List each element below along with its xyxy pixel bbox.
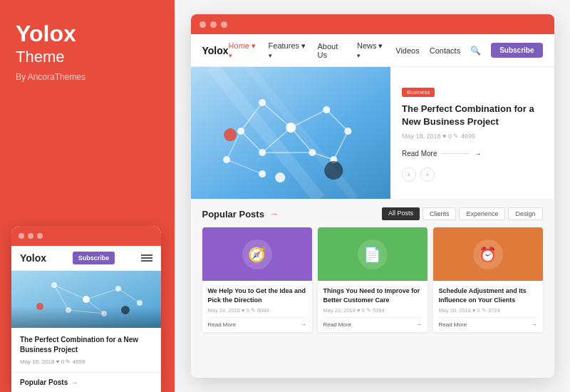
mobile-article-content: The Perfect Combination for a New Busine… bbox=[11, 328, 161, 372]
post-card-3-footer: Read More → bbox=[439, 317, 537, 328]
desktop-nav: Yolox Home ▾ Features ▾ About Us News ▾ … bbox=[191, 34, 554, 67]
popular-title-arrow-icon: → bbox=[270, 209, 279, 219]
search-icon[interactable]: 🔍 bbox=[470, 46, 481, 56]
mobile-hero-image bbox=[11, 271, 161, 328]
svg-point-35 bbox=[309, 149, 316, 156]
post-card-3-body: Schedule Adjustment and Its Influence on… bbox=[433, 281, 543, 332]
mobile-dot-2 bbox=[28, 233, 33, 239]
compass-icon: 🧭 bbox=[242, 239, 272, 269]
post-card-3-image: ⏰ bbox=[433, 227, 543, 281]
desktop-logo: Yolox bbox=[202, 45, 229, 56]
mobile-logo: Yolox bbox=[20, 252, 46, 264]
popular-filters: All Posts Clients Experience Design bbox=[382, 207, 543, 220]
post-card-3-arrow-icon: → bbox=[532, 321, 537, 328]
filter-clients[interactable]: Clients bbox=[423, 207, 457, 220]
desktop-nav-items: Home ▾ Features ▾ About Us News ▾ Videos… bbox=[229, 41, 543, 59]
post-card-2: 📄 Things You Need to Improve for Better … bbox=[318, 227, 428, 332]
post-card-3-read-more[interactable]: Read More bbox=[439, 321, 467, 328]
mobile-popular-posts: Popular Posts → bbox=[11, 372, 161, 392]
brand-title: Yolox bbox=[16, 21, 159, 46]
mobile-top-bar bbox=[11, 226, 161, 246]
svg-point-39 bbox=[259, 170, 266, 177]
hero-date: May 18, 2018 ♥ 0 ✎ 4699 bbox=[402, 133, 543, 140]
svg-point-36 bbox=[344, 128, 351, 135]
desktop-top-bar bbox=[191, 14, 554, 34]
svg-point-42 bbox=[275, 172, 285, 182]
nav-item-home[interactable]: Home ▾ bbox=[229, 41, 259, 59]
mobile-article-title: The Perfect Combination for a New Busine… bbox=[20, 335, 152, 355]
post-card-2-image: 📄 bbox=[318, 227, 428, 281]
nav-item-videos[interactable]: Videos bbox=[395, 46, 419, 55]
post-card-3-title: Schedule Adjustment and Its Influence on… bbox=[439, 287, 537, 304]
mobile-nav: Yolox Subscribe bbox=[11, 246, 161, 271]
hero-nav-arrows: ‹ › bbox=[402, 167, 543, 182]
post-card-2-read-more[interactable]: Read More bbox=[323, 321, 352, 328]
document-icon: 📄 bbox=[358, 239, 388, 269]
hero-next-button[interactable]: › bbox=[420, 167, 435, 182]
post-card-1-title: We Help You to Get the Idea and Pick the… bbox=[208, 287, 306, 304]
nav-item-news[interactable]: News ▾ bbox=[357, 41, 385, 59]
desktop-hero-content: Business The Perfect Combination for a N… bbox=[390, 67, 554, 199]
filter-all-posts[interactable]: All Posts bbox=[382, 207, 420, 220]
mobile-body: Yolox Subscribe bbox=[11, 246, 161, 392]
mobile-dot-1 bbox=[19, 233, 24, 239]
svg-point-12 bbox=[137, 300, 142, 306]
hero-badge: Business bbox=[402, 88, 435, 97]
post-card-2-footer: Read More → bbox=[323, 317, 422, 328]
post-card-2-meta: May 22, 2018 ♥ 0 ✎ 5394 bbox=[323, 307, 422, 314]
post-card-3: ⏰ Schedule Adjustment and Its Influence … bbox=[433, 227, 543, 332]
post-card-2-body: Things You Need to Improve for Better Cu… bbox=[318, 281, 428, 332]
svg-point-40 bbox=[224, 128, 237, 141]
desktop-subscribe-button[interactable]: Subscribe bbox=[491, 43, 542, 58]
nav-item-contacts[interactable]: Contacts bbox=[430, 46, 460, 55]
svg-point-34 bbox=[259, 149, 266, 156]
nav-item-about[interactable]: About Us bbox=[318, 42, 347, 59]
by-line: By AncoraThemes bbox=[16, 72, 159, 82]
post-card-3-meta: May 20, 2018 ♥ 0 ✎ 3724 bbox=[439, 307, 537, 314]
desktop-dot-2 bbox=[210, 21, 217, 28]
mobile-popular-label: Popular Posts bbox=[20, 378, 68, 386]
right-panel: Yolox Home ▾ Features ▾ About Us News ▾ … bbox=[175, 0, 570, 392]
hero-read-more[interactable]: Read More → bbox=[402, 150, 543, 158]
post-card-1-body: We Help You to Get the Idea and Pick the… bbox=[202, 281, 312, 332]
svg-point-33 bbox=[237, 128, 244, 135]
filter-design[interactable]: Design bbox=[508, 207, 542, 220]
post-card-2-arrow-icon: → bbox=[416, 321, 422, 328]
popular-title: Popular Posts → bbox=[202, 209, 279, 220]
mobile-dot-3 bbox=[37, 233, 43, 239]
nav-item-features[interactable]: Features ▾ bbox=[269, 41, 308, 59]
hero-prev-button[interactable]: ‹ bbox=[402, 167, 416, 182]
post-card-1: 🧭 We Help You to Get the Idea and Pick t… bbox=[202, 227, 312, 332]
post-card-1-meta: May 24, 2018 ♥ 0 ✎ 6084 bbox=[208, 307, 306, 314]
svg-point-31 bbox=[259, 99, 266, 106]
desktop-dot-1 bbox=[200, 21, 206, 28]
post-card-2-title: Things You Need to Improve for Better Cu… bbox=[323, 287, 422, 304]
desktop-mockup: Yolox Home ▾ Features ▾ About Us News ▾ … bbox=[191, 14, 554, 378]
mobile-hamburger-icon[interactable] bbox=[141, 254, 152, 262]
brand-subtitle: Theme bbox=[16, 48, 159, 66]
svg-point-32 bbox=[323, 106, 330, 113]
post-card-1-arrow-icon: → bbox=[301, 321, 306, 328]
mobile-popular-arrow-icon: → bbox=[71, 378, 78, 386]
svg-point-41 bbox=[324, 161, 343, 180]
mobile-subscribe-button[interactable]: Subscribe bbox=[73, 252, 115, 264]
left-panel: Yolox Theme By AncoraThemes Yolox Subscr… bbox=[0, 0, 175, 392]
svg-point-30 bbox=[286, 123, 296, 133]
hero-title: The Perfect Combination for a New Busine… bbox=[402, 103, 543, 128]
svg-point-9 bbox=[115, 286, 121, 292]
svg-point-7 bbox=[83, 296, 90, 303]
desktop-hero-image bbox=[191, 67, 391, 199]
desktop-dot-3 bbox=[221, 21, 227, 28]
mobile-mockup: Yolox Subscribe bbox=[11, 226, 161, 392]
popular-posts-section: Popular Posts → All Posts Clients Experi… bbox=[191, 199, 554, 338]
filter-experience[interactable]: Experience bbox=[459, 207, 505, 220]
clock-icon: ⏰ bbox=[473, 239, 503, 269]
hero-read-more-line bbox=[441, 153, 470, 154]
post-card-1-read-more[interactable]: Read More bbox=[208, 321, 237, 328]
svg-point-8 bbox=[51, 282, 57, 288]
svg-point-38 bbox=[223, 156, 230, 163]
mobile-article-meta: May 18, 2018 ♥ 0 ✎ 4699 bbox=[20, 359, 152, 365]
post-card-1-footer: Read More → bbox=[208, 317, 306, 328]
desktop-hero: Business The Perfect Combination for a N… bbox=[191, 67, 554, 199]
post-card-1-image: 🧭 bbox=[202, 227, 312, 281]
